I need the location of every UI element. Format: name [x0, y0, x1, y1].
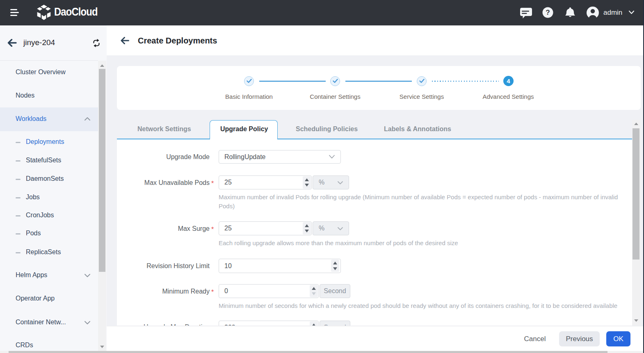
svg-text:?: ? [546, 9, 550, 16]
